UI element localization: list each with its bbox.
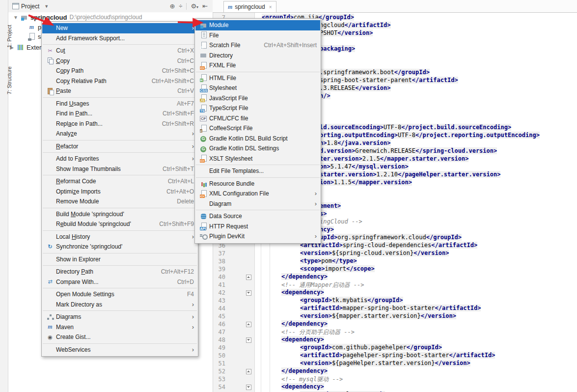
fold-marker-icon[interactable] xyxy=(246,290,251,296)
menu-item-find-usages[interactable]: Find UsagesAlt+F7 xyxy=(42,99,197,109)
code-line-27[interactable]: starter.version>1.2.10</pageHelper.start… xyxy=(320,171,500,179)
menu-item-edit-file-templates[interactable]: Edit File Templates... xyxy=(195,166,320,176)
gear-icon[interactable]: ⚙▾ xyxy=(191,2,198,10)
code-line-45[interactable]: <version>${mapper.starter.version}</vers… xyxy=(300,312,456,320)
code-line-15[interactable]: spring-boot-starter-parent</artifactId> xyxy=(320,77,458,84)
code-line-41[interactable]: <!-- 通用Mapper启动器 --> xyxy=(281,281,364,289)
code-line-51[interactable]: <version>${pageHelper.starter.version}</… xyxy=(300,360,470,367)
menu-item-fxml-file[interactable]: FXML File xyxy=(195,60,320,71)
code-line-34[interactable]: ncy> xyxy=(320,226,334,234)
menu-item-optimize-imports[interactable]: Optimize ImportsCtrl+Alt+O xyxy=(42,187,197,197)
menu-item-directory[interactable]: Directory xyxy=(195,51,320,61)
menu-item-show-in-explorer[interactable]: Show in Explorer xyxy=(42,254,197,265)
code-line-21[interactable]: ld.sourceEncoding>UTF-8</project.build.s… xyxy=(320,124,511,132)
fold-marker-icon[interactable] xyxy=(246,385,251,390)
menu-item-new[interactable]: New› xyxy=(42,23,197,33)
menu-item-open-module-settings[interactable]: Open Module SettingsF4 xyxy=(42,289,197,300)
menu-item-copy-relative-path[interactable]: Copy Relative PathCtrl+Alt+Shift+C xyxy=(42,76,197,86)
code-line-31[interactable]: ement> xyxy=(320,202,341,210)
menu-item-refactor[interactable]: Refactor› xyxy=(42,141,197,152)
code-line-14[interactable]: .springframework.boot</groupId> xyxy=(320,69,430,77)
menu-item-typescript-file[interactable]: TypeScript File xyxy=(195,103,320,113)
tree-item-root[interactable]: ▼ springcloud D:\project\cloud\springclo… xyxy=(13,13,142,22)
code-line-28[interactable]: ion>1.1.5</mapper.version> xyxy=(320,179,412,187)
menu-item-compare-with[interactable]: Compare With...Ctrl+D xyxy=(42,277,197,287)
menu-item-html-file[interactable]: HTML File xyxy=(195,73,320,84)
menu-item-gradle-kotlin-dsl-build-script[interactable]: Gradle Kotlin DSL Build Script xyxy=(195,134,320,144)
chevron-expanded-icon[interactable]: ▼ xyxy=(13,15,18,20)
code-line-44[interactable]: <artifactId>mapper-spring-boot-starter</… xyxy=(300,305,481,312)
code-line-16[interactable]: .3.RELEASE</version> xyxy=(320,84,391,92)
code-line-9[interactable]: PSHOT</version> xyxy=(320,29,373,37)
code-line-46[interactable]: </dependency> xyxy=(281,320,328,328)
menu-item-show-image-thumbnails[interactable]: Show Image ThumbnailsCtrl+Shift+T xyxy=(42,164,197,174)
code-line-40[interactable]: </dependency> xyxy=(281,273,328,281)
locate-icon[interactable]: ⊕ xyxy=(169,2,175,10)
code-line-47[interactable]: <!-- 分页助手启动器 --> xyxy=(281,328,355,336)
close-icon[interactable]: × xyxy=(269,4,272,10)
tool-window-tab-project[interactable]: 1: Project xyxy=(6,25,12,48)
code-line-52[interactable]: </dependency> xyxy=(281,367,328,375)
menu-item-remove-module[interactable]: Remove ModuleDelete xyxy=(42,196,197,207)
fold-marker-icon[interactable] xyxy=(246,322,251,327)
menu-item-diagrams[interactable]: Diagrams› xyxy=(42,312,197,322)
code-line-54[interactable]: <dependency> xyxy=(281,383,324,391)
menu-item-webservices[interactable]: WebServices› xyxy=(42,345,197,355)
menu-item-build-module-springcloud[interactable]: Build Module 'springcloud' xyxy=(42,209,197,220)
menu-item-find-in-path[interactable]: Find in Path...Ctrl+Shift+F xyxy=(42,109,197,119)
menu-item-cut[interactable]: CutCtrl+X xyxy=(42,46,197,56)
menu-item-xml-configuration-file[interactable]: XML Configuration File› xyxy=(195,189,320,199)
menu-item-javascript-file[interactable]: JavaScript File xyxy=(195,93,320,104)
code-line-23[interactable]: n>1.8</java.version> xyxy=(320,140,391,147)
menu-item-directory-path[interactable]: Directory PathCtrl+Alt+F12 xyxy=(42,267,197,277)
fold-marker-icon[interactable] xyxy=(246,369,251,374)
code-line-25[interactable]: ter.version>2.1.5</mapper.starter.versio… xyxy=(320,155,468,163)
menu-item-replace-in-path[interactable]: Replace in Path...Ctrl+Shift+R xyxy=(42,119,197,129)
menu-item-analyze[interactable]: Analyze› xyxy=(42,129,197,139)
menu-item-create-gist[interactable]: Create Gist... xyxy=(42,332,197,342)
hide-panel-icon[interactable]: ⇤ xyxy=(202,2,208,10)
menu-item-xslt-stylesheet[interactable]: XSLT Stylesheet xyxy=(195,154,320,164)
menu-item-copy[interactable]: CopyCtrl+C xyxy=(42,56,197,66)
chevron-down-icon[interactable]: ▼ xyxy=(44,4,49,9)
collapse-all-icon[interactable]: ÷ xyxy=(179,2,182,10)
menu-item-coffeescript-file[interactable]: CoffeeScript File xyxy=(195,123,320,134)
menu-item-reformat-code[interactable]: Reformat CodeCtrl+Alt+L xyxy=(42,176,197,187)
code-line-26[interactable]: on>5.1.47</mysql.version> xyxy=(320,163,409,171)
menu-item-data-source[interactable]: Data Source xyxy=(195,211,320,222)
code-line-42[interactable]: <dependency> xyxy=(281,289,324,297)
code-line-8[interactable]: ngcloud</artifactId> xyxy=(320,22,391,29)
fold-marker-icon[interactable] xyxy=(246,337,251,343)
menu-item-copy-path[interactable]: Copy PathCtrl+Shift+C xyxy=(42,66,197,76)
code-line-37[interactable]: <version>${spring-cloud.version}</versio… xyxy=(300,250,449,257)
menu-item-cfml-cfc-file[interactable]: CFML/CFC file xyxy=(195,113,320,124)
menu-item-add-to-favorites[interactable]: Add to Favorites› xyxy=(42,154,197,164)
code-line-33[interactable]: ingCloud --> xyxy=(320,218,362,226)
tool-window-tab-structure[interactable]: 7: Structure xyxy=(6,66,12,94)
menu-item-scratch-file[interactable]: Scratch FileCtrl+Alt+Shift+Insert xyxy=(195,40,320,51)
menu-item-synchronize-springcloud[interactable]: Synchronize 'springcloud' xyxy=(42,242,197,252)
code-line-49[interactable]: <groupId>com.github.pagehelper</groupId> xyxy=(300,344,442,352)
code-line-38[interactable]: <type>pom</type> xyxy=(300,257,357,265)
code-line-17[interactable]: h/> xyxy=(320,92,330,100)
menu-item-local-history[interactable]: Local History› xyxy=(42,232,197,242)
code-line-43[interactable]: <groupId>tk.mybatis</groupId> xyxy=(300,297,403,305)
menu-item-maven[interactable]: Maven› xyxy=(42,322,197,333)
code-line-48[interactable]: <dependency> xyxy=(281,336,324,344)
code-line-24[interactable]: d.version>Greenwich.RELEASE</spring-clou… xyxy=(320,147,497,155)
editor-tab-springcloud[interactable]: m springcloud × xyxy=(223,1,276,12)
code-line-11[interactable]: packaging> xyxy=(320,45,355,53)
menu-item-module[interactable]: Module xyxy=(195,20,320,30)
menu-item-paste[interactable]: PasteCtrl+V xyxy=(42,86,197,96)
menu-item-gradle-kotlin-dsl-settings[interactable]: Gradle Kotlin DSL Settings xyxy=(195,143,320,154)
menu-item-file[interactable]: File xyxy=(195,30,320,41)
menu-item-http-request[interactable]: HTTP Request xyxy=(195,222,320,232)
code-line-39[interactable]: <scope>import</scope> xyxy=(300,265,375,273)
menu-item-mark-directory-as[interactable]: Mark Directory as› xyxy=(42,300,197,310)
menu-item-resource-bundle[interactable]: Resource Bundle xyxy=(195,179,320,189)
menu-item-rebuild-module-springcloud[interactable]: Rebuild Module 'springcloud'Ctrl+Shift+F… xyxy=(42,219,197,229)
code-line-50[interactable]: <artifactId>pagehelper-spring-boot-start… xyxy=(300,352,495,360)
code-line-36[interactable]: <artifactId>spring-cloud-dependencies</a… xyxy=(300,242,477,250)
menu-item-stylesheet[interactable]: Stylesheet xyxy=(195,83,320,93)
project-panel-title[interactable]: Project xyxy=(21,3,39,10)
